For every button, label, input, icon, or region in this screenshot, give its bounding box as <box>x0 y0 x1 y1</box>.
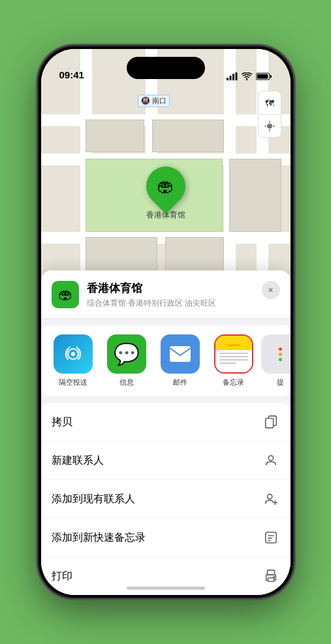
close-button[interactable]: × <box>262 281 280 299</box>
map-block <box>229 159 281 232</box>
map-label: 🚇 南口 <box>138 95 170 107</box>
airdrop-label: 隔空投送 <box>59 378 87 387</box>
action-print-label: 打印 <box>52 570 72 583</box>
svg-point-25 <box>273 577 274 578</box>
more-dots <box>279 347 282 361</box>
action-quick-note[interactable]: 添加到新快速备忘录 <box>41 519 291 557</box>
mail-label: 邮件 <box>173 378 187 387</box>
print-svg <box>264 569 278 583</box>
map-pin: 🏟 香港体育馆 <box>146 167 185 221</box>
note-svg <box>264 530 278 545</box>
svg-rect-11 <box>170 346 191 362</box>
notes-line <box>219 356 248 357</box>
svg-rect-2 <box>232 74 234 80</box>
notes-line <box>219 359 248 361</box>
svg-rect-3 <box>235 72 237 80</box>
place-icon: 🏟 <box>52 281 79 308</box>
place-name: 香港体育馆 <box>87 281 254 296</box>
map-controls: 🗺 <box>258 91 281 138</box>
svg-rect-5 <box>270 75 272 78</box>
map-block <box>86 120 144 152</box>
share-item-notes[interactable]: 备忘录 <box>211 334 257 387</box>
wifi-icon <box>242 72 252 80</box>
bottom-sheet: 🏟 香港体育馆 综合体育馆·香港特别行政区 油尖旺区 × <box>41 270 291 595</box>
dot2 <box>279 353 282 356</box>
action-copy-label: 拷贝 <box>52 415 72 429</box>
location-button[interactable] <box>258 114 281 138</box>
place-description: 综合体育馆·香港特别行政区 油尖旺区 <box>87 298 254 309</box>
dynamic-island <box>127 57 205 79</box>
person-add-icon <box>262 490 280 508</box>
status-time: 09:41 <box>59 69 84 80</box>
person-icon <box>262 451 280 470</box>
share-item-mail[interactable]: 邮件 <box>157 334 203 387</box>
place-info: 香港体育馆 综合体育馆·香港特别行政区 油尖旺区 <box>87 281 254 309</box>
signal-icon <box>227 72 238 80</box>
action-copy[interactable]: 拷贝 <box>41 403 291 442</box>
mail-svg <box>169 346 191 362</box>
share-item-more[interactable]: 提 <box>264 334 291 387</box>
action-new-contact-label: 新建联系人 <box>52 454 104 468</box>
close-icon: × <box>268 285 273 295</box>
map-type-icon: 🗺 <box>265 98 274 108</box>
svg-point-14 <box>268 456 273 460</box>
map-label-text: 🚇 南口 <box>141 97 166 105</box>
svg-point-8 <box>268 125 270 127</box>
messages-label: 信息 <box>119 378 134 387</box>
map-type-button[interactable]: 🗺 <box>258 91 281 114</box>
home-indicator <box>127 587 205 590</box>
notes-line <box>219 362 236 364</box>
note-icon <box>262 528 280 547</box>
notes-header <box>215 336 252 350</box>
place-header: 🏟 香港体育馆 综合体育馆·香港特别行政区 油尖旺区 × <box>41 270 291 319</box>
dot1 <box>279 347 282 351</box>
location-icon <box>264 120 276 132</box>
pin-bubble: 🏟 <box>138 159 193 214</box>
status-icons <box>227 72 272 80</box>
more-icon <box>261 334 291 374</box>
action-add-contact-label: 添加到现有联系人 <box>52 492 135 506</box>
svg-point-10 <box>71 352 75 356</box>
svg-rect-0 <box>227 78 229 80</box>
action-quick-note-label: 添加到新快速备忘录 <box>52 531 146 545</box>
more-label: 提 <box>277 378 284 387</box>
share-row: 隔空投送 💬 信息 邮 <box>41 325 291 396</box>
mail-icon <box>161 334 200 374</box>
copy-svg <box>264 415 278 429</box>
notes-line <box>219 353 248 354</box>
svg-rect-24 <box>268 578 274 582</box>
notes-label: 备忘录 <box>223 378 244 387</box>
airdrop-svg <box>63 344 84 364</box>
map-block <box>152 120 224 152</box>
notes-icon <box>214 334 253 374</box>
svg-rect-22 <box>267 570 274 575</box>
person-svg <box>264 453 278 468</box>
svg-point-15 <box>267 494 272 499</box>
action-add-contact[interactable]: 添加到现有联系人 <box>41 480 291 519</box>
airdrop-icon <box>54 334 93 374</box>
svg-rect-1 <box>229 76 231 80</box>
share-item-messages[interactable]: 💬 信息 <box>104 334 150 387</box>
notes-header-line <box>228 344 240 346</box>
share-item-airdrop[interactable]: 隔空投送 <box>50 334 96 387</box>
svg-rect-6 <box>257 74 268 79</box>
messages-icon: 💬 <box>107 334 146 374</box>
print-icon <box>262 567 280 585</box>
copy-icon <box>262 413 280 431</box>
battery-icon <box>256 72 272 80</box>
person-add-svg <box>264 492 278 506</box>
dot3 <box>279 358 282 361</box>
action-list: 拷贝 新建联系人 <box>41 403 291 595</box>
svg-rect-18 <box>265 532 276 543</box>
pin-icon: 🏟 <box>157 176 174 197</box>
action-new-contact[interactable]: 新建联系人 <box>41 442 291 480</box>
svg-rect-13 <box>265 419 273 428</box>
notes-body <box>215 350 252 372</box>
